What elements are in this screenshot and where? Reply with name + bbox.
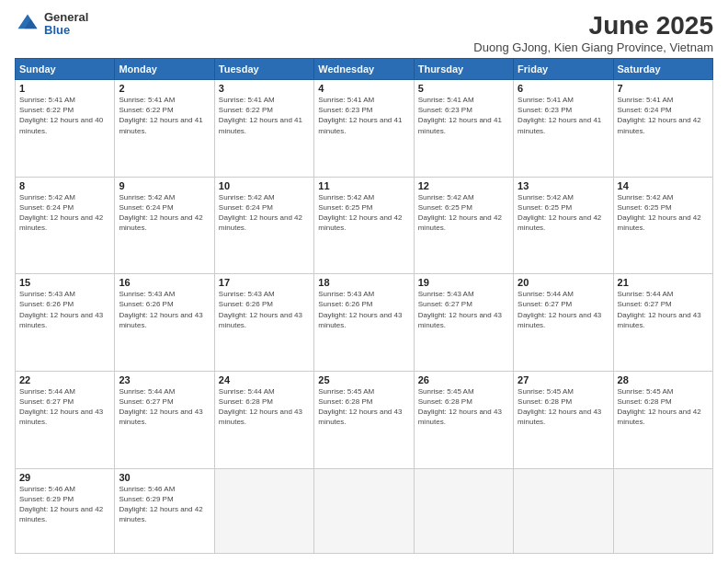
calendar-day-cell: 2Sunrise: 5:41 AM Sunset: 6:22 PM Daylig… <box>115 80 214 178</box>
day-info: Sunrise: 5:45 AM Sunset: 6:28 PM Dayligh… <box>518 386 609 428</box>
calendar-day-cell: 15Sunrise: 5:43 AM Sunset: 6:26 PM Dayli… <box>16 274 115 372</box>
calendar-day-cell: 21Sunrise: 5:44 AM Sunset: 6:27 PM Dayli… <box>613 274 712 372</box>
calendar-weekday-tuesday: Tuesday <box>214 59 313 80</box>
day-number: 6 <box>518 83 609 94</box>
calendar-day-cell: 18Sunrise: 5:43 AM Sunset: 6:26 PM Dayli… <box>314 274 414 372</box>
calendar-day-cell <box>314 468 414 553</box>
calendar-weekday-monday: Monday <box>115 59 214 80</box>
day-info: Sunrise: 5:41 AM Sunset: 6:23 PM Dayligh… <box>418 95 509 136</box>
calendar-day-cell <box>613 468 712 553</box>
day-number: 16 <box>119 277 210 288</box>
day-number: 11 <box>318 180 409 191</box>
calendar-week-row: 15Sunrise: 5:43 AM Sunset: 6:26 PM Dayli… <box>16 274 713 372</box>
day-number: 23 <box>119 374 210 385</box>
calendar-day-cell: 27Sunrise: 5:45 AM Sunset: 6:28 PM Dayli… <box>514 371 613 468</box>
day-info: Sunrise: 5:44 AM Sunset: 6:28 PM Dayligh… <box>219 386 310 428</box>
calendar-day-cell: 4Sunrise: 5:41 AM Sunset: 6:23 PM Daylig… <box>314 80 414 178</box>
calendar-weekday-friday: Friday <box>514 59 613 80</box>
day-info: Sunrise: 5:41 AM Sunset: 6:24 PM Dayligh… <box>618 95 709 136</box>
day-info: Sunrise: 5:45 AM Sunset: 6:28 PM Dayligh… <box>418 386 509 428</box>
page: General Blue June 2025 Duong GJong, Kien… <box>0 0 728 563</box>
logo-general: General <box>44 11 88 24</box>
logo: General Blue <box>15 11 88 38</box>
logo-blue: Blue <box>44 24 88 37</box>
logo-text: General Blue <box>44 11 88 38</box>
calendar-weekday-sunday: Sunday <box>16 59 115 80</box>
day-number: 10 <box>219 180 310 191</box>
day-number: 19 <box>418 277 509 288</box>
calendar-day-cell: 1Sunrise: 5:41 AM Sunset: 6:22 PM Daylig… <box>16 80 115 178</box>
day-info: Sunrise: 5:41 AM Sunset: 6:23 PM Dayligh… <box>318 95 409 136</box>
day-number: 2 <box>119 83 210 94</box>
day-info: Sunrise: 5:42 AM Sunset: 6:25 PM Dayligh… <box>618 192 709 234</box>
day-number: 4 <box>318 83 409 94</box>
calendar-day-cell <box>414 468 513 553</box>
day-info: Sunrise: 5:42 AM Sunset: 6:24 PM Dayligh… <box>219 192 310 234</box>
calendar-day-cell: 7Sunrise: 5:41 AM Sunset: 6:24 PM Daylig… <box>613 80 712 178</box>
calendar-weekday-saturday: Saturday <box>613 59 712 80</box>
day-number: 14 <box>618 180 709 191</box>
calendar-day-cell: 23Sunrise: 5:44 AM Sunset: 6:27 PM Dayli… <box>115 371 214 468</box>
day-number: 28 <box>618 374 709 385</box>
day-info: Sunrise: 5:45 AM Sunset: 6:28 PM Dayligh… <box>318 386 409 428</box>
day-number: 22 <box>19 374 110 385</box>
day-info: Sunrise: 5:43 AM Sunset: 6:27 PM Dayligh… <box>418 289 509 330</box>
day-info: Sunrise: 5:44 AM Sunset: 6:27 PM Dayligh… <box>119 386 210 428</box>
day-info: Sunrise: 5:44 AM Sunset: 6:27 PM Dayligh… <box>518 289 609 330</box>
day-number: 7 <box>618 83 709 94</box>
calendar-weekday-wednesday: Wednesday <box>314 59 414 80</box>
day-number: 25 <box>318 374 409 385</box>
day-info: Sunrise: 5:43 AM Sunset: 6:26 PM Dayligh… <box>219 289 310 330</box>
day-info: Sunrise: 5:45 AM Sunset: 6:28 PM Dayligh… <box>618 386 709 428</box>
calendar-day-cell <box>514 468 613 553</box>
day-info: Sunrise: 5:43 AM Sunset: 6:26 PM Dayligh… <box>119 289 210 330</box>
day-number: 27 <box>518 374 609 385</box>
day-number: 21 <box>618 277 709 288</box>
calendar-day-cell: 28Sunrise: 5:45 AM Sunset: 6:28 PM Dayli… <box>613 371 712 468</box>
title-block: June 2025 Duong GJong, Kien Giang Provin… <box>473 11 713 54</box>
calendar-day-cell: 30Sunrise: 5:46 AM Sunset: 6:29 PM Dayli… <box>115 468 214 553</box>
calendar-week-row: 8Sunrise: 5:42 AM Sunset: 6:24 PM Daylig… <box>16 177 713 274</box>
calendar-day-cell: 3Sunrise: 5:41 AM Sunset: 6:22 PM Daylig… <box>214 80 313 178</box>
calendar-day-cell: 6Sunrise: 5:41 AM Sunset: 6:23 PM Daylig… <box>514 80 613 178</box>
calendar-day-cell: 14Sunrise: 5:42 AM Sunset: 6:25 PM Dayli… <box>613 177 712 274</box>
day-number: 17 <box>219 277 310 288</box>
day-number: 20 <box>518 277 609 288</box>
main-title: June 2025 <box>473 11 713 40</box>
subtitle: Duong GJong, Kien Giang Province, Vietna… <box>473 40 713 54</box>
calendar-table: SundayMondayTuesdayWednesdayThursdayFrid… <box>15 58 713 554</box>
calendar-day-cell: 10Sunrise: 5:42 AM Sunset: 6:24 PM Dayli… <box>214 177 313 274</box>
calendar-day-cell: 29Sunrise: 5:46 AM Sunset: 6:29 PM Dayli… <box>16 468 115 553</box>
calendar-week-row: 1Sunrise: 5:41 AM Sunset: 6:22 PM Daylig… <box>16 80 713 178</box>
day-info: Sunrise: 5:44 AM Sunset: 6:27 PM Dayligh… <box>19 386 110 428</box>
calendar-day-cell: 20Sunrise: 5:44 AM Sunset: 6:27 PM Dayli… <box>514 274 613 372</box>
calendar-day-cell: 24Sunrise: 5:44 AM Sunset: 6:28 PM Dayli… <box>214 371 313 468</box>
calendar-day-cell: 12Sunrise: 5:42 AM Sunset: 6:25 PM Dayli… <box>414 177 513 274</box>
calendar-day-cell: 13Sunrise: 5:42 AM Sunset: 6:25 PM Dayli… <box>514 177 613 274</box>
day-number: 26 <box>418 374 509 385</box>
header: General Blue June 2025 Duong GJong, Kien… <box>15 11 713 54</box>
day-number: 24 <box>219 374 310 385</box>
calendar-week-row: 22Sunrise: 5:44 AM Sunset: 6:27 PM Dayli… <box>16 371 713 468</box>
calendar-day-cell: 5Sunrise: 5:41 AM Sunset: 6:23 PM Daylig… <box>414 80 513 178</box>
day-number: 13 <box>518 180 609 191</box>
day-number: 15 <box>19 277 110 288</box>
day-info: Sunrise: 5:46 AM Sunset: 6:29 PM Dayligh… <box>19 484 110 525</box>
calendar-day-cell: 11Sunrise: 5:42 AM Sunset: 6:25 PM Dayli… <box>314 177 414 274</box>
calendar-day-cell: 22Sunrise: 5:44 AM Sunset: 6:27 PM Dayli… <box>16 371 115 468</box>
calendar-day-cell: 8Sunrise: 5:42 AM Sunset: 6:24 PM Daylig… <box>16 177 115 274</box>
day-info: Sunrise: 5:41 AM Sunset: 6:22 PM Dayligh… <box>19 95 110 136</box>
day-info: Sunrise: 5:42 AM Sunset: 6:25 PM Dayligh… <box>318 192 409 234</box>
day-number: 18 <box>318 277 409 288</box>
day-number: 30 <box>119 472 210 483</box>
calendar-day-cell: 17Sunrise: 5:43 AM Sunset: 6:26 PM Dayli… <box>214 274 313 372</box>
day-number: 3 <box>219 83 310 94</box>
day-info: Sunrise: 5:41 AM Sunset: 6:22 PM Dayligh… <box>119 95 210 136</box>
day-info: Sunrise: 5:44 AM Sunset: 6:27 PM Dayligh… <box>618 289 709 330</box>
day-info: Sunrise: 5:43 AM Sunset: 6:26 PM Dayligh… <box>318 289 409 330</box>
day-number: 1 <box>19 83 110 94</box>
calendar-weekday-thursday: Thursday <box>414 59 513 80</box>
calendar-week-row: 29Sunrise: 5:46 AM Sunset: 6:29 PM Dayli… <box>16 468 713 553</box>
calendar-day-cell: 25Sunrise: 5:45 AM Sunset: 6:28 PM Dayli… <box>314 371 414 468</box>
day-number: 5 <box>418 83 509 94</box>
